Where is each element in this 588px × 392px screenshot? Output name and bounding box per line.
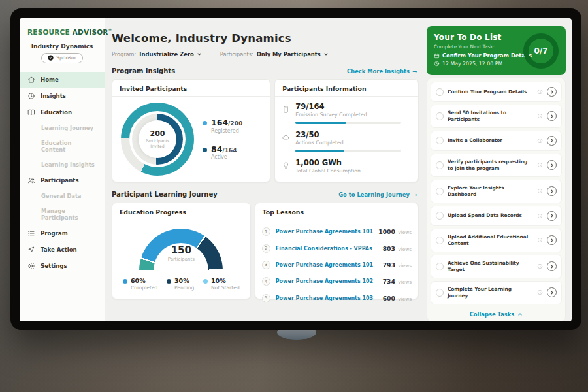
todo-item-open-button[interactable] (547, 160, 557, 170)
lesson-row: 1Power Purchase Agreements 1011000 views (262, 223, 412, 240)
todo-checkbox[interactable] (436, 88, 444, 96)
info-label: Total Global Consumption (295, 168, 361, 174)
collapse-tasks-link[interactable]: Collapse Tasks (431, 307, 562, 321)
todo-checkbox[interactable] (436, 263, 444, 270)
sidebar-item-label: Manage Participants (41, 208, 97, 221)
todo-checkbox[interactable] (436, 188, 444, 195)
sidebar-item-education[interactable]: Education (20, 105, 105, 121)
todo-item-upload-spend-data-records[interactable]: Upload Spend Data Records (431, 206, 562, 226)
clock-icon (537, 113, 543, 119)
sidebar-item-label: Participants (41, 177, 79, 184)
program-filter-select[interactable]: Industrialize Zero (139, 51, 202, 57)
lesson-link[interactable]: Power Purchase Agreements 101 (276, 229, 373, 235)
todo-item-label: Achieve One Sustainability Target (448, 260, 533, 273)
sidebar-item-label: Take Action (41, 246, 77, 253)
education-progress-card: Education Progress 150 Participants 60%C… (112, 203, 251, 299)
clock-icon (537, 89, 543, 95)
sidebar-item-learning-journey[interactable]: Learning Journey (20, 121, 105, 136)
todo-checkbox[interactable] (436, 237, 444, 244)
background-scene: RESOURCE ADVISOR+ Industry Dynamics Spon… (0, 0, 588, 392)
todo-item-explore-your-insights-dashboard[interactable]: Explore Your Insights Dashboard (431, 180, 562, 203)
todo-item-upload-additional-educational-content[interactable]: Upload Additional Educational Content (431, 229, 562, 252)
sidebar-item-settings[interactable]: Settings (20, 258, 105, 274)
info-row-actions-completed: 23/50Actions Completed (282, 131, 410, 152)
todo-checkbox[interactable] (436, 161, 444, 169)
survey-icon (282, 104, 290, 112)
progress-bar-track (295, 150, 401, 152)
program-filter-value: Industrialize Zero (139, 51, 194, 57)
participants-info-title: Participants Information (275, 80, 418, 97)
progress-bar-track (295, 122, 401, 124)
sponsor-badge-label: Sponsor (56, 55, 76, 61)
todo-item-open-button[interactable] (547, 87, 557, 97)
lesson-link[interactable]: Financial Considerations - VPPAs (276, 246, 378, 252)
lesson-link[interactable]: Power Purchase Agreements 101 (276, 262, 378, 268)
donut-center-value: 200 (150, 129, 165, 138)
todo-item-open-button[interactable] (547, 261, 557, 271)
todo-header-left: Your To Do List Complete Your Next Task:… (434, 33, 519, 69)
todo-checkbox[interactable] (436, 212, 444, 220)
sidebar-item-participants[interactable]: Participants (20, 172, 105, 189)
donut-legend: 164/200Registered84/164Active (203, 118, 242, 161)
program-filter: Program: Industrialize Zero (112, 51, 202, 57)
app-logo: RESOURCE ADVISOR+ (20, 26, 105, 42)
sidebar-item-home[interactable]: Home (20, 72, 105, 88)
sidebar-item-learning-insights[interactable]: Learning Insights (20, 157, 105, 172)
sidebar-item-manage-participants[interactable]: Manage Participants (20, 204, 105, 225)
sidebar-item-label: General Data (41, 193, 81, 199)
participants-filter-label: Participants: (220, 51, 253, 57)
todo-checkbox[interactable] (436, 112, 444, 120)
info-row-text: 23/50Actions Completed (295, 131, 401, 152)
gauge-center-value: 150 (139, 244, 223, 256)
lesson-link[interactable]: Power Purchase Agreements 102 (276, 278, 378, 284)
arrow-right-icon: → (412, 68, 417, 74)
sidebar-item-general-data[interactable]: General Data (20, 189, 105, 204)
todo-item-achieve-one-sustainability-target[interactable]: Achieve One Sustainability Target (431, 255, 562, 278)
todo-item-label: Complete Your Learning Journey (448, 286, 533, 299)
top-lessons-title: Top Lessons (255, 203, 418, 220)
legend-dot-icon (123, 279, 127, 284)
gauge-center: 150 Participants (139, 244, 223, 262)
sidebar-item-take-action[interactable]: Take Action (20, 242, 105, 258)
todo-checkbox[interactable] (436, 137, 444, 144)
lesson-views: 793 views (383, 261, 412, 269)
todo-item-open-button[interactable] (547, 287, 557, 297)
lesson-link[interactable]: Power Purchase Agreements 103 (276, 295, 378, 301)
todo-item-open-button[interactable] (547, 136, 557, 146)
top-lessons-card: Top Lessons 1Power Purchase Agreements 1… (255, 203, 419, 299)
todo-checkbox[interactable] (436, 289, 444, 297)
check-more-insights-link[interactable]: Check More Insights → (347, 68, 417, 74)
lesson-views-suffix: views (397, 263, 412, 269)
donut-center-label: Participants Invited (143, 139, 172, 149)
todo-item-verify-participants-requesting-to-join-the-program[interactable]: Verify participants requesting to join t… (431, 154, 562, 177)
lesson-rank-badge: 4 (262, 277, 270, 286)
participants-info-body: 79/164Emission Survey Completed23/50Acti… (275, 97, 418, 174)
main-content: Welcome, Industry Dynamics Program: Indu… (105, 18, 424, 321)
participants-filter-select[interactable]: Only My Participants (257, 51, 329, 57)
todo-item-invite-a-collaborator[interactable]: Invite a Collaborator (431, 131, 562, 151)
todo-progress-value: 0/7 (534, 46, 547, 56)
todo-item-complete-your-learning-journey[interactable]: Complete Your Learning Journey (431, 281, 562, 304)
arrow-right-icon: → (412, 191, 417, 198)
lesson-rank-badge: 5 (262, 294, 270, 302)
todo-item-open-button[interactable] (547, 111, 557, 121)
todo-item-send-50-invitations-to-participants[interactable]: Send 50 Invitations to Participants (431, 105, 562, 128)
gauge-legend-item: 60%Completed (123, 278, 157, 291)
gauge-legend-label: Completed (131, 285, 157, 291)
clock-icon (537, 138, 543, 144)
sponsor-badge-icon (48, 55, 54, 61)
invited-participants-body: 200 Participants Invited 164/200Register… (112, 97, 270, 176)
todo-item-open-button[interactable] (547, 235, 557, 245)
take-action-icon (27, 246, 35, 253)
info-row-text: 79/164Emission Survey Completed (295, 103, 401, 124)
sidebar-item-program[interactable]: Program (20, 225, 105, 242)
todo-item-open-button[interactable] (547, 186, 557, 196)
gauge-legend-text: 30%Pending (174, 278, 194, 291)
todo-item-open-button[interactable] (547, 211, 557, 221)
lesson-views: 734 views (383, 278, 412, 285)
sidebar-item-education-content[interactable]: Education Content (20, 136, 105, 157)
sidebar-item-label: Learning Journey (41, 125, 93, 131)
go-to-learning-journey-link[interactable]: Go to Learning Journey → (338, 191, 417, 198)
sidebar-item-insights[interactable]: Insights (20, 88, 105, 105)
todo-item-confirm-your-program-details[interactable]: Confirm Your Program Details (431, 82, 562, 102)
